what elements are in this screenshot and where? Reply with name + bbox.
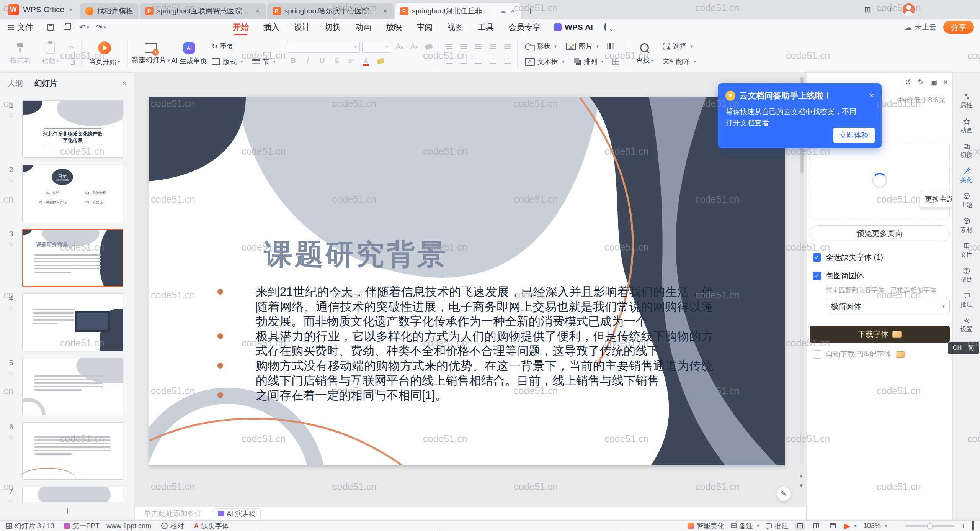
select-button[interactable]: 选择 ▾	[660, 40, 699, 53]
slide-thumbnail-3-selected[interactable]: 课题研究背景	[22, 229, 123, 287]
undo-button[interactable]: ↶▾	[78, 21, 90, 33]
sidebar-item-properties[interactable]: 属性	[960, 93, 973, 110]
missing-font-button[interactable]: A缺失字体	[194, 521, 229, 531]
format-painter-button[interactable]: 格式刷	[5, 37, 35, 71]
ime-indicator[interactable]: CH 简	[948, 342, 979, 354]
refresh-icon[interactable]: ↺	[905, 77, 911, 87]
font-checkbox[interactable]	[813, 272, 821, 280]
tab-slides[interactable]: 幻灯片	[34, 78, 57, 88]
align-center-button[interactable]	[457, 55, 470, 67]
menu-view[interactable]: 视图	[440, 19, 470, 35]
slide-title[interactable]: 课题研究背景	[264, 236, 448, 274]
slide-thumbnail-7[interactable]	[22, 487, 123, 502]
try-now-button[interactable]: 立即体验	[833, 128, 875, 143]
highlight-button[interactable]	[374, 55, 387, 67]
menu-slideshow[interactable]: 放映	[379, 19, 409, 35]
cloud-status-button[interactable]: ☁ 未上云	[905, 22, 936, 32]
feedback-icon[interactable]: ✎	[918, 77, 924, 87]
zoom-level-button[interactable]: 103%▾	[863, 522, 887, 530]
menu-insert[interactable]: 插入	[256, 19, 287, 35]
minimize-icon[interactable]: –	[879, 5, 883, 14]
star-icon[interactable]: ☆	[8, 433, 14, 441]
wps-home-button[interactable]: W WPS Office ▾	[0, 0, 80, 19]
slide-paragraph[interactable]: 来到21世纪的今天，伴随着信息技术的飞速发展，已经深入并且影响着我们的生活，伴随…	[256, 285, 713, 329]
slide-thumbnail-1[interactable]: 河北任丘非物质文化遗产数 字化传承	[22, 100, 123, 158]
bullet-list-button[interactable]	[443, 41, 455, 53]
menu-home[interactable]: 开始	[225, 19, 256, 35]
menu-design[interactable]: 设计	[287, 19, 317, 35]
slide-thumbnail-6[interactable]	[22, 422, 123, 480]
apps-grid-icon[interactable]: ⊞	[864, 5, 871, 14]
sidebar-item-help[interactable]: 帮助	[960, 267, 973, 284]
zoom-in-button[interactable]: +	[961, 521, 966, 531]
underline-button[interactable]: U	[316, 55, 328, 67]
sidebar-item-settings[interactable]: 设置	[960, 317, 973, 334]
star-icon[interactable]: ☆	[8, 369, 14, 377]
sidebar-item-beautify[interactable]: 美化	[960, 167, 973, 184]
ink-annotate-button[interactable]: ✎	[776, 487, 791, 501]
tab-document-active[interactable]: P springboot河北任丘非物质... ☁ ×	[395, 3, 521, 19]
normal-view-button[interactable]	[795, 522, 805, 530]
zoom-slider-thumb[interactable]	[927, 523, 933, 529]
zoom-slider[interactable]	[905, 525, 955, 527]
print-button[interactable]	[62, 21, 73, 33]
font-size-select[interactable]: ▾	[362, 41, 391, 53]
slide-paragraph[interactable]: 购物方式没有移动端的购物方式来的优势。在这一背景下，当前的主要销售通道为传统的线…	[256, 359, 713, 388]
translate-button[interactable]: 文A 翻译 ▾	[660, 55, 699, 68]
sidebar-item-animation[interactable]: 动画	[960, 118, 973, 134]
increase-font-button[interactable]: A▴	[394, 41, 406, 53]
cut-button[interactable]: ✂	[65, 41, 77, 53]
line-spacing-button[interactable]	[501, 41, 513, 53]
slide-thumbnail-4[interactable]	[22, 293, 123, 351]
tab-outline[interactable]: 大纲	[8, 78, 23, 88]
menu-review[interactable]: 审阅	[409, 19, 440, 35]
previous-slide-button[interactable]: ▴	[797, 471, 805, 480]
star-icon[interactable]: ☆	[8, 498, 14, 502]
columns-button[interactable]	[501, 55, 513, 67]
table-button[interactable]	[609, 56, 622, 68]
notes-button[interactable]: 备注▾	[731, 521, 760, 531]
menu-member[interactable]: 会员专享	[501, 19, 548, 35]
play-from-current-button[interactable]: 当页开始▾	[85, 37, 124, 71]
sidebar-item-transition[interactable]: 切换	[960, 143, 973, 159]
close-panel-icon[interactable]: ×	[943, 77, 948, 87]
slideshow-button[interactable]: ▶▾	[844, 521, 857, 531]
smart-beautify-button[interactable]: 智能美化	[688, 521, 724, 531]
section-button[interactable]: 节 ▾	[249, 55, 279, 68]
user-avatar[interactable]	[903, 3, 915, 16]
find-button[interactable]: 查找▾	[630, 37, 660, 71]
slide-thumbnail-5[interactable]	[22, 358, 123, 415]
textbox-button[interactable]: A 文本框 ▾	[521, 55, 568, 68]
indent-decrease-button[interactable]	[472, 41, 484, 53]
ai-generate-page-button[interactable]: AI AI 生成单页	[170, 37, 208, 71]
justify-button[interactable]	[487, 55, 499, 67]
save-button[interactable]	[45, 21, 56, 33]
notes-placeholder[interactable]: 单击此处添加备注	[144, 509, 202, 519]
indent-increase-button[interactable]	[487, 41, 499, 53]
chart-button[interactable]	[604, 40, 617, 52]
star-icon[interactable]: ☆	[8, 305, 14, 313]
add-slide-button[interactable]: +	[64, 505, 71, 518]
font-name-select[interactable]: ▾	[287, 41, 360, 53]
auto-download-checkbox[interactable]	[813, 350, 821, 359]
number-list-button[interactable]	[457, 41, 470, 53]
arrange-button[interactable]: 排列 ▾	[570, 55, 608, 68]
slide-sorter-view-button[interactable]	[811, 522, 821, 530]
zoom-out-button[interactable]: −	[893, 521, 898, 531]
star-icon[interactable]: ☆	[8, 111, 14, 120]
align-right-button[interactable]	[472, 55, 484, 67]
repeat-button[interactable]: ↻ 重复	[208, 40, 279, 53]
close-tab-icon[interactable]: ×	[382, 7, 388, 15]
preview-more-button[interactable]: 预览更多页面	[810, 225, 950, 241]
italic-button[interactable]: I	[302, 55, 314, 67]
replacement-font-select[interactable]: 极简圆体 ▾	[826, 299, 950, 313]
maximize-icon[interactable]: □	[890, 5, 895, 14]
slide-paragraph[interactable]: 之间存在着一定的相同与不相同[1]。	[256, 388, 713, 403]
menu-transition[interactable]: 切换	[317, 19, 348, 35]
sidebar-item-theme[interactable]: 主题	[960, 192, 973, 209]
editing-canvas[interactable]: 课题研究背景 来到21世纪的今天，伴随着信息技术的飞速发展，已经深入并且影响着我…	[135, 73, 806, 506]
wps-ai-button[interactable]: WPS AI	[548, 19, 599, 35]
fit-slide-button[interactable]	[972, 522, 974, 530]
reading-view-button[interactable]	[828, 522, 838, 530]
sidebar-item-assets[interactable]: 素材	[960, 217, 973, 234]
